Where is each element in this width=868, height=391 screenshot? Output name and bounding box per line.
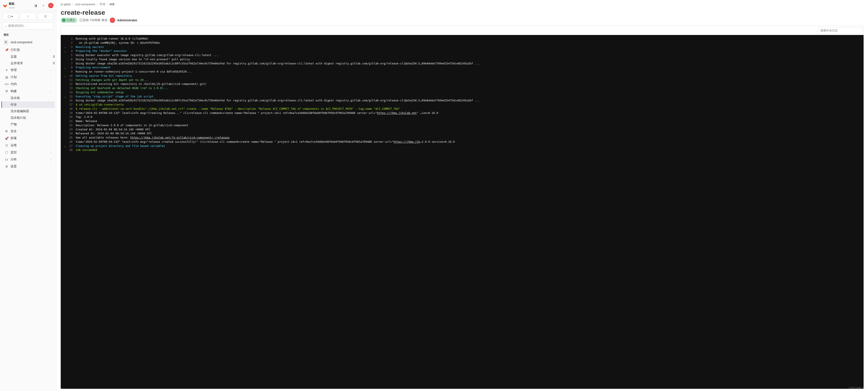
- log-text: Using locally found image version due to…: [76, 57, 862, 62]
- log-toolbar: [61, 26, 864, 35]
- collapse-toggle: [62, 90, 68, 95]
- line-number: 12: [68, 82, 76, 86]
- chevron-right-icon: ›: [51, 130, 51, 133]
- collapse-toggle: [62, 115, 68, 119]
- collapse-toggle[interactable]: ⌄: [62, 74, 68, 78]
- collapse-toggle: [62, 53, 68, 57]
- job-meta: 已通过 已启动 7分钟前 来自 Administrator: [61, 18, 864, 23]
- nav-operate[interactable]: ⌬运维›: [1, 142, 55, 149]
- log-text: Using Docker executor with image registr…: [76, 53, 862, 57]
- action-edit-icon[interactable]: ▢➜: [3, 13, 19, 20]
- log-text: Skipping Git submodules setup: [76, 90, 862, 95]
- log-text: Description: Release 2.0.0 of components…: [76, 123, 862, 128]
- collapse-toggle: [62, 70, 68, 74]
- chevron-down-icon: ⌄: [50, 90, 51, 93]
- logo[interactable]: 极狐GitLab: [3, 2, 31, 9]
- nav-security[interactable]: ⛨安全›: [1, 128, 55, 135]
- log-line: 21Name: Release: [61, 119, 864, 123]
- nav-build-editor[interactable]: 流水线编辑器: [1, 108, 55, 115]
- chart-icon: ⫿⫾: [5, 158, 8, 161]
- collapse-toggle: [62, 37, 68, 41]
- collapse-toggle[interactable]: ⌄: [62, 49, 68, 53]
- chevron-right-icon: ›: [51, 137, 51, 140]
- search-icon: ⌕: [5, 24, 7, 28]
- nav-build-jobs[interactable]: 作业: [1, 101, 55, 108]
- main: jh-gitlab/ cicd-component/ 作业/ #72 creat…: [56, 0, 868, 391]
- line-number: 19: [68, 111, 76, 115]
- log-link[interactable]: https://jhma.jihulab.net: [377, 111, 417, 115]
- log-line: 20Tag: 2.0.0: [61, 115, 864, 119]
- nav-mrs[interactable]: 合并请求 0: [1, 60, 55, 67]
- project-item[interactable]: C cicd-component: [0, 38, 56, 46]
- action-todo-icon[interactable]: ☑: [38, 13, 54, 20]
- line-number: 14: [68, 90, 76, 95]
- chevron-down-icon: ⌄: [50, 49, 51, 51]
- collapse-toggle: [62, 78, 68, 82]
- nav-manage[interactable]: ⚭管理›: [1, 67, 55, 74]
- search-placeholder: 搜索或转到…: [8, 24, 27, 28]
- line-number: 3: [68, 45, 76, 49]
- nav-deploy[interactable]: 🚀部署›: [1, 135, 55, 142]
- page-title: create-release: [61, 9, 864, 16]
- breadcrumb-item[interactable]: 作业: [100, 2, 105, 6]
- nav-build-schedules[interactable]: 流水线计划: [1, 115, 55, 121]
- log-link[interactable]: https://jhma.jihulab.net/jh-gitlab/cicd-…: [130, 136, 230, 139]
- collapse-toggle[interactable]: ⌄: [62, 66, 68, 70]
- nav-build-pipelines[interactable]: 流水线: [1, 95, 55, 101]
- panel-toggle-icon[interactable]: ◨: [32, 2, 38, 8]
- nav-build-artifacts[interactable]: 产物: [1, 121, 55, 128]
- plus-icon[interactable]: +: [40, 2, 46, 8]
- breadcrumb-item[interactable]: jh-gitlab: [61, 3, 71, 6]
- line-number: 13: [68, 86, 76, 90]
- log-view[interactable]: 1Running with gitlab-runner 16.8.0 (c72a…: [61, 35, 864, 389]
- nav-plan[interactable]: ▤计划›: [1, 74, 55, 81]
- nav-issues[interactable]: 议题 0: [1, 54, 55, 60]
- log-text: Using docker image sha256:a187ed28241731…: [76, 62, 862, 66]
- chevron-right-icon: ›: [51, 165, 51, 168]
- sidebar-actions: ▢➜ ⑂ ☑: [0, 11, 56, 22]
- log-text: Getting source from Git repository: [76, 74, 862, 78]
- log-line: 13Checking out 9ea7ce3d as detached HEAD…: [61, 86, 864, 90]
- action-merge-icon[interactable]: ⑂: [20, 13, 36, 20]
- nav-analytics[interactable]: ⫿⫾分析›: [1, 156, 55, 163]
- search-box[interactable]: ⌕ 搜索或转到…: [3, 23, 54, 29]
- nav-build[interactable]: ⚒构建⌄: [1, 88, 55, 95]
- log-line: 26time="2024-02-04T08:54:14Z" level=info…: [61, 140, 864, 144]
- collapse-toggle: [62, 41, 68, 45]
- nav-monitor[interactable]: 🖵监控›: [1, 149, 55, 156]
- collapse-toggle[interactable]: ⌄: [62, 144, 68, 148]
- log-text: Created At: 2024-02-04 08:54:14.149 +000…: [76, 128, 862, 132]
- nav-pinned[interactable]: 📌已钉选⌄: [1, 46, 55, 54]
- log-line: 12Reinitialized existing Git repository …: [61, 82, 864, 86]
- log-line: 28Job succeeded: [61, 148, 864, 152]
- collapse-toggle: [62, 123, 68, 128]
- line-number: 18: [68, 107, 76, 111]
- log-line: 17$ cd /etc/gitlab-runner/certs: [61, 103, 864, 107]
- line-number: 6: [68, 57, 76, 62]
- collapse-toggle: [62, 111, 68, 115]
- pin-icon: 📌: [5, 48, 8, 52]
- user-avatar[interactable]: [48, 3, 54, 8]
- collapse-toggle[interactable]: ⌄: [62, 45, 68, 49]
- project-initial: C: [3, 40, 8, 45]
- log-line: ⌄10Getting source from Git repository: [61, 74, 864, 78]
- log-line: 5Using Docker executor with image regist…: [61, 53, 864, 57]
- collapse-toggle: [62, 86, 68, 90]
- log-text: Using docker image sha256:a187ed28241731…: [76, 99, 862, 103]
- author-name[interactable]: Administrator: [117, 19, 137, 22]
- collapse-toggle[interactable]: ⌄: [62, 95, 68, 99]
- line-number: 17: [68, 103, 76, 107]
- log-search-input[interactable]: [818, 27, 862, 34]
- nav-settings[interactable]: ⚙设置›: [1, 163, 55, 170]
- author-avatar[interactable]: [110, 18, 115, 23]
- log-line: ⌄27Cleaning up project directory and fil…: [61, 144, 864, 148]
- line-number: 1: [68, 37, 76, 41]
- collapse-toggle: [62, 128, 68, 132]
- shield-icon: ⛨: [5, 130, 8, 133]
- line-number: 24: [68, 131, 76, 136]
- log-text: Job succeeded: [76, 148, 862, 152]
- breadcrumb-item[interactable]: cicd-component: [75, 3, 95, 6]
- nav-code[interactable]: </>代码›: [1, 81, 55, 88]
- log-text: Cleaning up project directory and file b…: [76, 144, 862, 148]
- log-link[interactable]: https://jhma.jih: [394, 140, 420, 143]
